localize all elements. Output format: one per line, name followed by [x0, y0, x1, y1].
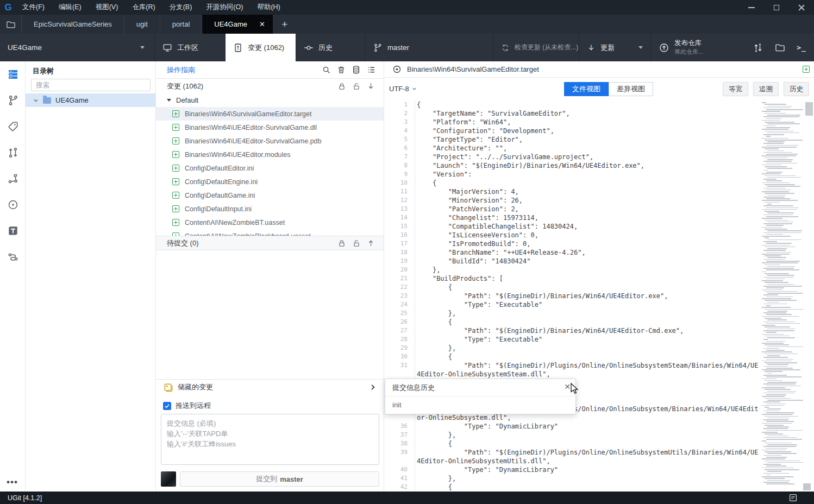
arrow-down-icon[interactable]: [367, 82, 375, 90]
minimap[interactable]: [762, 102, 803, 491]
sidebar-item-branches[interactable]: [7, 94, 20, 107]
line-number: 10: [384, 179, 415, 187]
lock-icon[interactable]: [337, 239, 346, 248]
view-tab[interactable]: 文件视图: [564, 82, 609, 96]
sync-button[interactable]: [751, 41, 765, 55]
sidebar-item-submodules[interactable]: [7, 172, 20, 185]
file-row[interactable]: Config\DefaultGame.ini: [156, 188, 384, 202]
tab-close-icon[interactable]: ✕: [259, 20, 265, 28]
added-file-icon: [172, 192, 179, 199]
menu-item[interactable]: 分支(B): [164, 1, 198, 14]
publish-repo-button[interactable]: 发布仓库将此仓库...: [651, 34, 704, 61]
menu-item[interactable]: 视图(V): [90, 1, 124, 14]
trash-icon[interactable]: [337, 65, 346, 74]
repo-tab[interactable]: EpicSurvivalGameSeries: [22, 15, 124, 34]
file-row[interactable]: Binaries\Win64\UE4Editor-SurvivalGame.dl…: [156, 121, 384, 134]
encoding-selector[interactable]: UTF-8: [389, 85, 417, 93]
code-text: "CompatibleChangelist": 14830424,: [415, 222, 759, 231]
menu-item[interactable]: 开源协同(O): [200, 1, 249, 14]
line-number: 18: [384, 248, 415, 257]
history-tab[interactable]: 历史: [296, 34, 365, 61]
changed-file-list: Binaries\Win64\SurvivalGameEditor.target…: [156, 107, 384, 236]
arrow-up-icon[interactable]: [367, 239, 375, 247]
search-icon[interactable]: [322, 65, 331, 74]
maximize-button[interactable]: [764, 0, 789, 15]
chevron-down-icon: [33, 98, 39, 103]
add-file-icon[interactable]: [803, 66, 810, 73]
workspace-button[interactable]: 工作区: [155, 34, 226, 61]
sidebar-item-workflow[interactable]: [7, 250, 20, 263]
lock-icon[interactable]: [337, 82, 346, 91]
left-rail: •••: [0, 61, 26, 492]
code-text: "BuildId": "14830424": [415, 257, 759, 266]
maximize-icon: [774, 5, 779, 10]
sidebar-item-repos[interactable]: [7, 68, 20, 81]
unlock-icon[interactable]: [352, 239, 361, 248]
line-number: 37: [384, 431, 415, 439]
menu-item[interactable]: 帮助(H): [251, 1, 286, 14]
terminal-button[interactable]: >_: [794, 41, 809, 55]
open-folder-button[interactable]: [773, 41, 787, 55]
popup-close-icon[interactable]: ✕: [564, 383, 571, 390]
line-number: 15: [384, 222, 415, 231]
tree-search-input[interactable]: [31, 79, 151, 91]
group-row-default[interactable]: Default: [156, 93, 384, 107]
branch-selector[interactable]: master: [365, 34, 493, 61]
avatar[interactable]: [161, 471, 176, 487]
code-line: 15 "CompatibleChangelist": 14830424,: [384, 222, 814, 231]
code-view[interactable]: 1{2 "TargetName": "SurvivalGameEditor",3…: [384, 100, 814, 492]
more-button[interactable]: •••: [7, 477, 18, 488]
file-row[interactable]: Content\AI\NewZombieBT.uasset: [156, 216, 384, 229]
code-line: 40 "Type": "DynamicLibrary": [384, 465, 814, 474]
viewer-action-button[interactable]: 追溯: [753, 82, 779, 96]
menu-item[interactable]: 编辑(E): [53, 1, 87, 14]
file-row[interactable]: Config\DefaultInput.ini: [156, 202, 384, 216]
sidebar-item-tapd[interactable]: [7, 224, 20, 237]
repo-tab[interactable]: ugit: [124, 15, 160, 34]
guide-link[interactable]: 操作指南: [167, 65, 195, 75]
tree-root-item[interactable]: UE4Game: [26, 93, 156, 107]
sidebar-item-tags[interactable]: [7, 120, 20, 133]
menu-item[interactable]: 仓库(R): [126, 1, 161, 14]
open-repo-button[interactable]: [0, 15, 22, 34]
repo-tab-label: portal: [172, 20, 190, 28]
file-row[interactable]: Config\DefaultEngine.ini: [156, 175, 384, 188]
unlock-icon[interactable]: [352, 82, 361, 91]
check-update-button[interactable]: 检查更新 (从未检查...): [493, 34, 579, 61]
code-text: },: [415, 431, 759, 439]
line-number: 30: [384, 352, 415, 361]
log-icon[interactable]: [788, 493, 798, 502]
view-tab[interactable]: 差异视图: [609, 82, 653, 96]
file-row[interactable]: Binaries\Win64\UE4Editor-SurvivalGame.pd…: [156, 134, 384, 148]
sidebar-item-issues[interactable]: [7, 198, 20, 211]
scrollbar-thumb[interactable]: [805, 102, 813, 116]
update-button[interactable]: 更新: [579, 34, 651, 61]
repo-tab[interactable]: UE4Game✕: [202, 15, 273, 34]
viewer-action-button[interactable]: 等宽: [723, 82, 748, 96]
viewer-action-button[interactable]: 历史: [784, 82, 809, 96]
file-path-label: Binaries\Win64\UE4Editor-SurvivalGame.dl…: [185, 124, 317, 131]
commit-message-input[interactable]: [161, 414, 379, 465]
code-line: 3 "Platform": "Win64",: [384, 118, 814, 127]
repo-tab[interactable]: portal: [160, 15, 203, 34]
close-button[interactable]: [789, 0, 814, 15]
new-tab-button[interactable]: +: [273, 15, 297, 34]
stash-list-icon[interactable]: [352, 65, 361, 74]
minimize-button[interactable]: [739, 0, 764, 15]
code-line: 27 "Path": "$(EngineDir)/Binaries/Win64/…: [384, 326, 814, 335]
file-row[interactable]: Binaries\Win64\SurvivalGameEditor.target: [156, 107, 384, 121]
stashed-changes-row[interactable]: 储藏的变更: [156, 379, 384, 395]
changes-tab[interactable]: 变更 (1062): [226, 34, 296, 61]
file-row[interactable]: Content\AI\NewZombieBlackboard.uasset: [156, 229, 384, 236]
list-view-icon[interactable]: [367, 65, 376, 74]
push-to-remote-toggle[interactable]: 推送到远程: [163, 401, 211, 411]
repo-selector[interactable]: UE4Game: [0, 34, 155, 61]
file-row[interactable]: Binaries\Win64\UE4Editor.modules: [156, 148, 384, 161]
commit-history-item[interactable]: init: [385, 396, 575, 413]
menu-item[interactable]: 文件(F): [16, 1, 51, 14]
checkbox-checked-icon: [163, 402, 171, 410]
sidebar-item-merge-requests[interactable]: [7, 146, 20, 159]
file-row[interactable]: Config\DefaultEditor.ini: [156, 161, 384, 175]
commit-button[interactable]: 提交到 master: [180, 471, 379, 487]
code-line: 12 "MinorVersion": 26,: [384, 196, 814, 205]
